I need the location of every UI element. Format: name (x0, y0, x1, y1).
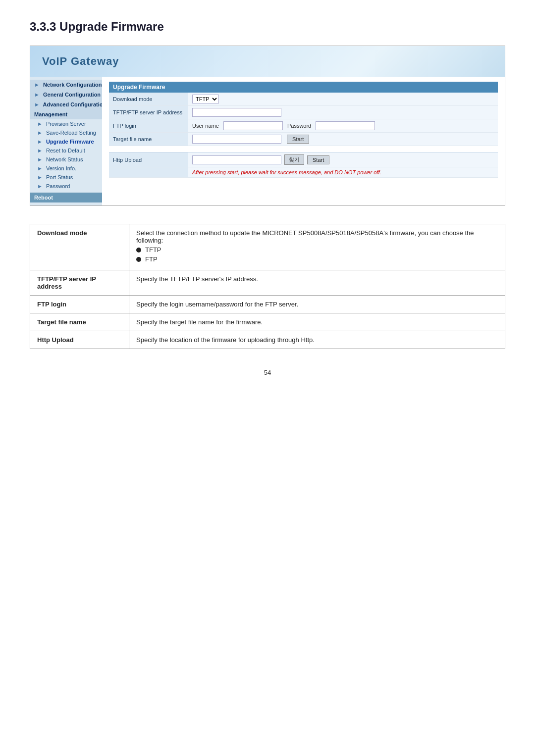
desc-def-target-file: Specify the target file name for the fir… (129, 313, 505, 331)
sidebar-item-general-config[interactable]: ► General Configuration (30, 90, 102, 100)
arrow-icon: ► (37, 148, 43, 153)
bullet-dot-tftp (136, 248, 141, 252)
ui-screenshot: VoIP Gateway ► Network Configuration ► G… (30, 46, 505, 206)
voip-header: VoIP Gateway (30, 46, 505, 77)
tftp-server-input-cell (188, 106, 498, 119)
desc-row-tftp-server: TFTP/FTP server IP address Specify the T… (30, 270, 505, 296)
password-label: Password (287, 123, 311, 129)
sidebar-item-reboot[interactable]: Reboot (30, 193, 102, 202)
ui-body: ► Network Configuration ► General Config… (30, 77, 505, 205)
bullet-dot-ftp (136, 257, 141, 262)
http-upload-input-cell: 찾기 Start (188, 152, 498, 167)
http-upload-input[interactable] (192, 155, 281, 164)
username-label: User name (192, 123, 219, 129)
sidebar-item-network-config[interactable]: ► Network Configuration (30, 80, 102, 90)
warning-row: After pressing start, please wait for su… (109, 167, 498, 178)
download-mode-input-cell: TFTP FTP (188, 93, 498, 106)
bullet-ftp: FTP (136, 255, 498, 263)
sidebar-item-upgrade-firmware[interactable]: ► Upgrade Firmware (30, 137, 102, 146)
desc-term-target-file: Target file name (30, 313, 129, 331)
sidebar-item-save-reload[interactable]: ► Save-Reload Setting (30, 128, 102, 137)
password-input[interactable] (316, 121, 375, 130)
http-start-button[interactable]: Start (307, 155, 329, 164)
desc-term-download-mode: Download mode (30, 224, 129, 270)
download-mode-select[interactable]: TFTP FTP (192, 95, 219, 103)
warning-cell: After pressing start, please wait for su… (188, 167, 498, 178)
ftp-login-row: FTP login User name Password (109, 119, 498, 133)
arrow-icon: ► (37, 156, 43, 162)
sidebar-item-network-status[interactable]: ► Network Status (30, 155, 102, 164)
desc-term-tftp-server: TFTP/FTP server IP address (30, 270, 129, 296)
sidebar-item-reset-default[interactable]: ► Reset to Default (30, 146, 102, 155)
divider-row (109, 146, 498, 152)
target-file-input-cell: Start (188, 133, 498, 146)
target-file-input[interactable] (192, 135, 281, 144)
target-file-label: Target file name (109, 133, 188, 146)
tftp-server-label: TFTP/FTP server IP address (109, 106, 188, 119)
section-header: Upgrade Firmware (109, 82, 498, 93)
arrow-icon: ► (34, 82, 40, 88)
tftp-server-input[interactable] (192, 108, 281, 117)
desc-def-text-0: Select the connection method to update t… (136, 229, 474, 244)
http-upload-label: Http Upload (109, 152, 188, 167)
sidebar-item-provision-server[interactable]: ► Provision Server (30, 119, 102, 128)
arrow-icon: ► (37, 183, 43, 189)
content-area: Upgrade Firmware Download mode TFTP FTP … (102, 77, 505, 205)
download-mode-label: Download mode (109, 93, 188, 106)
arrow-icon: ► (37, 121, 43, 127)
description-table: Download mode Select the connection meth… (30, 224, 505, 349)
target-file-row: Target file name Start (109, 133, 498, 146)
bullet-label-tftp: TFTP (145, 246, 161, 253)
desc-def-download-mode: Select the connection method to update t… (129, 224, 505, 270)
desc-term-ftp-login: FTP login (30, 296, 129, 313)
desc-row-ftp-login: FTP login Specify the login username/pas… (30, 296, 505, 313)
browse-button[interactable]: 찾기 (284, 154, 304, 165)
desc-def-ftp-login: Specify the login username/password for … (129, 296, 505, 313)
desc-row-target-file: Target file name Specify the target file… (30, 313, 505, 331)
sidebar-item-advanced-config[interactable]: ► Advanced Configuration (30, 100, 102, 109)
sidebar-item-port-status[interactable]: ► Port Status (30, 173, 102, 182)
arrow-icon: ► (37, 130, 43, 136)
ftp-login-label: FTP login (109, 119, 188, 133)
sidebar: ► Network Configuration ► General Config… (30, 77, 102, 205)
sidebar-item-password[interactable]: ► Password (30, 182, 102, 191)
arrow-icon: ► (37, 174, 43, 180)
arrow-icon: ► (34, 92, 40, 98)
download-mode-row: Download mode TFTP FTP (109, 93, 498, 106)
sidebar-item-version-info[interactable]: ► Version Info. (30, 164, 102, 173)
http-upload-row: Http Upload 찾기 Start (109, 152, 498, 167)
bullet-label-ftp: FTP (145, 255, 158, 263)
desc-def-tftp-server: Specify the TFTP/FTP server's IP address… (129, 270, 505, 296)
warning-text: After pressing start, please wait for su… (192, 169, 381, 175)
desc-term-http-upload: Http Upload (30, 331, 129, 349)
bullet-tftp: TFTP (136, 246, 498, 253)
http-upload-controls: 찾기 Start (192, 154, 494, 165)
desc-row-download-mode: Download mode Select the connection meth… (30, 224, 505, 270)
page-number: 54 (30, 369, 505, 376)
arrow-icon: ► (34, 101, 40, 107)
sidebar-item-management[interactable]: Management (30, 109, 102, 119)
page-title: 3.3.3 Upgrade Firmware (30, 20, 505, 34)
desc-def-http-upload: Specify the location of the firmware for… (129, 331, 505, 349)
warning-label-cell (109, 167, 188, 178)
upgrade-form-table: Download mode TFTP FTP TFTP/FTP server I… (109, 93, 498, 178)
arrow-icon: ► (37, 165, 43, 171)
ftp-login-input-cell: User name Password (188, 119, 498, 133)
username-input[interactable] (223, 121, 283, 130)
target-file-start-button[interactable]: Start (287, 135, 309, 144)
arrow-icon: ► (37, 139, 43, 145)
tftp-server-row: TFTP/FTP server IP address (109, 106, 498, 119)
desc-row-http-upload: Http Upload Specify the location of the … (30, 331, 505, 349)
